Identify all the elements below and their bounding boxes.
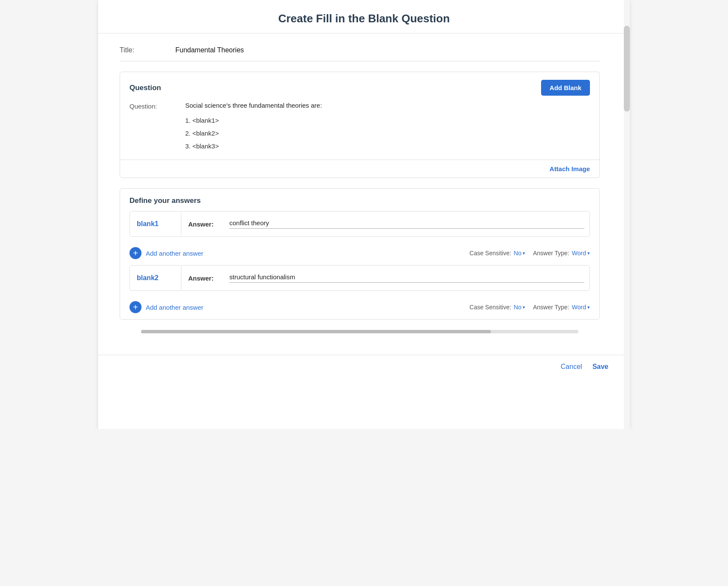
blank1-answer-type-group: Answer Type: Word ▾ — [533, 250, 590, 257]
blank-list-item: 3. <blank3> — [185, 140, 590, 153]
blank2-answer-type-group: Answer Type: Word ▾ — [533, 304, 590, 311]
blank1-case-sensitive-dropdown[interactable]: No ▾ — [514, 250, 525, 257]
blank2-answer-block: blank2 Answer: — [129, 265, 590, 291]
blank2-answer-type-arrow: ▾ — [587, 305, 590, 310]
blank2-label: blank2 — [130, 266, 181, 290]
modal-footer: Cancel Save — [98, 355, 630, 378]
bottom-scrollbar-thumb[interactable] — [141, 330, 491, 333]
blank1-add-answer-button[interactable]: + — [129, 247, 141, 259]
blank2-add-answer-left: + Add another answer — [129, 301, 203, 313]
define-answers-card: Define your answers blank1 Answer: + Add… — [120, 188, 600, 320]
blank1-case-sensitive-label: Case Sensitive: — [469, 250, 511, 257]
blank1-case-sensitive-group: Case Sensitive: No ▾ — [469, 250, 525, 257]
blank1-answer-block: blank1 Answer: — [129, 211, 590, 237]
blank2-case-sensitive-arrow: ▾ — [523, 305, 525, 310]
blank2-add-answer-text[interactable]: Add another answer — [146, 304, 203, 311]
blank2-add-answer-row: + Add another answer Case Sensitive: No … — [120, 297, 599, 319]
blank-list-item: 2. <blank2> — [185, 127, 590, 140]
blank1-answer-label: Answer: — [181, 213, 224, 236]
scrollbar-thumb[interactable] — [624, 26, 630, 112]
blank1-add-answer-text[interactable]: Add another answer — [146, 250, 203, 257]
blank2-row: blank2 Answer: — [130, 266, 590, 290]
blank2-answer-type-label: Answer Type: — [533, 304, 569, 311]
question-card-header: Question Add Blank — [120, 72, 599, 102]
question-label: Question: — [129, 102, 185, 110]
define-answers-title: Define your answers — [129, 196, 201, 205]
question-blanks-list: 1. <blank1> 2. <blank2> 3. <blank3> — [185, 114, 590, 153]
blank2-case-sensitive-group: Case Sensitive: No ▾ — [469, 304, 525, 311]
blank1-add-answer-row: + Add another answer Case Sensitive: No … — [120, 243, 599, 265]
blank1-answer-options: Case Sensitive: No ▾ Answer Type: Word ▾ — [469, 250, 590, 257]
blank2-answer-label: Answer: — [181, 267, 224, 290]
modal-header: Create Fill in the Blank Question — [98, 0, 630, 33]
blank1-answer-type-dropdown[interactable]: Word ▾ — [572, 250, 590, 257]
title-row: Title: Fundamental Theories — [120, 46, 600, 61]
blank1-label: blank1 — [130, 212, 181, 236]
blank1-answer-type-label: Answer Type: — [533, 250, 569, 257]
blank2-answer-input-cell — [224, 266, 590, 290]
question-row: Question: Social science's three fundame… — [129, 102, 590, 110]
blank1-answer-input[interactable] — [229, 219, 584, 229]
blank2-case-sensitive-dropdown[interactable]: No ▾ — [514, 304, 525, 311]
attach-image-row: Attach Image — [120, 160, 599, 178]
attach-image-link[interactable]: Attach Image — [550, 165, 590, 172]
blank2-answer-options: Case Sensitive: No ▾ Answer Type: Word ▾ — [469, 304, 590, 311]
bottom-scrollbar[interactable] — [141, 330, 578, 333]
question-section-card: Question Add Blank Question: Social scie… — [120, 72, 600, 178]
add-blank-button[interactable]: Add Blank — [541, 80, 590, 96]
blank2-answer-type-dropdown[interactable]: Word ▾ — [572, 304, 590, 311]
blank1-answer-type-arrow: ▾ — [587, 251, 590, 256]
define-answers-header: Define your answers — [120, 189, 599, 211]
blank2-case-sensitive-label: Case Sensitive: — [469, 304, 511, 311]
blank1-row: blank1 Answer: — [130, 211, 590, 236]
blank1-case-sensitive-arrow: ▾ — [523, 251, 525, 256]
question-section-title: Question — [129, 84, 161, 92]
blank2-answer-input[interactable] — [229, 273, 584, 283]
scrollbar-track[interactable] — [624, 0, 630, 429]
blank1-add-answer-left: + Add another answer — [129, 247, 203, 259]
question-text: Social science's three fundamental theor… — [185, 102, 322, 109]
page-title: Create Fill in the Blank Question — [107, 12, 621, 25]
cancel-button[interactable]: Cancel — [561, 363, 582, 371]
blank-list-item: 1. <blank1> — [185, 114, 590, 127]
question-body: Question: Social science's three fundame… — [120, 102, 599, 160]
title-value: Fundamental Theories — [175, 46, 244, 54]
save-button[interactable]: Save — [593, 363, 608, 371]
blank1-answer-input-cell — [224, 211, 590, 236]
modal-body: Title: Fundamental Theories Question Add… — [98, 33, 630, 350]
blank2-add-answer-button[interactable]: + — [129, 301, 141, 313]
title-label: Title: — [120, 46, 175, 54]
